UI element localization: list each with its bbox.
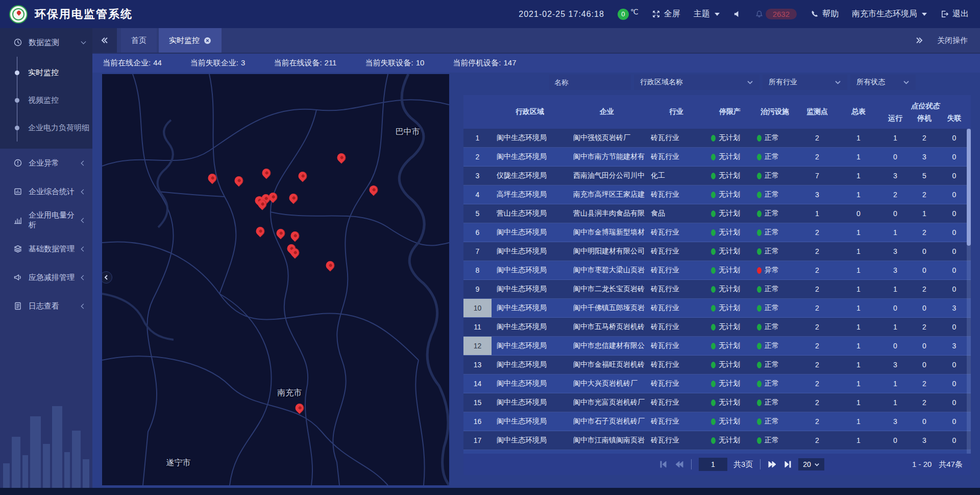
status-dot-icon [711, 399, 716, 406]
fullscreen-button[interactable]: 全屏 [652, 9, 680, 19]
sidebar-item-label: 数据监测 [29, 38, 76, 48]
cell-facility-status: 正常 [753, 417, 797, 426]
sidebar: 数据监测实时监控视频监控企业电力负荷明细企业异常企业综合统计企业用电量分析基础数… [0, 28, 92, 488]
table-row[interactable]: 2阆中生态环境局阆中市南方节能建材有砖瓦行业无计划正常21030 [463, 148, 971, 167]
page-number-input[interactable] [699, 458, 727, 471]
table-row[interactable]: 5营山生态环境局营山县润丰肉食品有限食品无计划正常10010 [463, 204, 971, 223]
cell-points: 2 [797, 304, 838, 312]
tabs-scroll-right-button[interactable] [915, 36, 924, 45]
col-limit: 停限产 [707, 95, 753, 129]
chevron-down-icon [814, 462, 820, 467]
status-dot-icon [711, 381, 716, 387]
table-row[interactable]: 3仪陇生态环境局西南油气田分公司川中化工无计划正常71350 [463, 167, 971, 185]
sidebar-item-6[interactable]: 日志查看 [0, 292, 92, 320]
sidebar-subitem[interactable]: 企业电力负荷明细 [0, 114, 92, 142]
cell-company: 阆中市石子页岩机砖厂 [568, 417, 646, 426]
table-row[interactable]: 18南部生态环境局南部县砚华小河有限公建材加工无计划正常60060 [463, 450, 971, 454]
tabs-scroll-left-button[interactable] [92, 28, 117, 53]
tab-1[interactable]: 实时监控 [159, 28, 222, 53]
col-region: 行政区域 [492, 95, 568, 129]
status-filter-select[interactable]: 所有状态 [850, 75, 916, 90]
table-row[interactable]: 8阆中生态环境局阆中市枣碧大梁山页岩砖瓦行业无计划异常21300 [463, 261, 971, 280]
status-dot-icon [711, 324, 716, 331]
table-row[interactable]: 17阆中生态环境局阆中市江南镇阆南页岩砖瓦行业无计划正常21030 [463, 431, 971, 450]
help-label: 帮助 [822, 9, 839, 19]
sidebar-item-1[interactable]: 企业异常 [0, 149, 92, 177]
cell-limit-status: 无计划 [707, 247, 753, 256]
prev-page-button[interactable] [675, 460, 684, 468]
page-size-value: 20 [803, 460, 811, 468]
last-page-button[interactable] [783, 460, 792, 468]
sidebar-item-label: 企业用电量分析 [29, 210, 76, 230]
next-page-button[interactable] [768, 460, 777, 468]
table-row[interactable]: 14阆中生态环境局阆中大兴页岩机砖厂砖瓦行业无计划正常21120 [463, 374, 971, 393]
table-row[interactable]: 6阆中生态环境局阆中市金博瑞新型墙材砖瓦行业无计划正常21120 [463, 223, 971, 242]
table-row[interactable]: 4高坪生态环境局南充市高坪区王家店建砖瓦行业无计划正常31220 [463, 185, 971, 204]
stat-label: 当前失联设备: [365, 58, 413, 67]
brand: 环保用电监管系统 [9, 5, 133, 23]
logout-button[interactable]: 退出 [940, 9, 969, 19]
col-row-number [463, 95, 492, 129]
close-tab-icon[interactable] [204, 37, 211, 44]
mute-button[interactable] [733, 10, 742, 18]
theme-dropdown[interactable]: 主题 [694, 9, 720, 19]
cell-facility-status: 正常 [753, 285, 797, 294]
cell-meters: 1 [838, 417, 879, 426]
table-row[interactable]: 12阆中生态环境局阆中市忠信建材有限公砖瓦行业无计划正常21003 [463, 337, 971, 356]
name-filter-input[interactable] [549, 75, 631, 90]
stat-label: 当前停机设备: [453, 58, 501, 67]
sidebar-item-label: 企业综合统计 [29, 187, 76, 197]
table-scrollbar[interactable] [967, 129, 971, 454]
status-dot-icon [757, 381, 762, 387]
table-row[interactable]: 7阆中生态环境局阆中明阳建材有限公司砖瓦行业无计划正常21300 [463, 242, 971, 261]
table-row[interactable]: 16阆中生态环境局阆中市石子页岩机砖厂砖瓦行业无计划正常21300 [463, 412, 971, 431]
limit-status-label: 无计划 [719, 379, 740, 388]
city-label: 南充市 [277, 387, 302, 398]
stat-value: 3 [241, 58, 245, 67]
map-panel[interactable]: 巴中市南充市遂宁市 [102, 74, 449, 485]
scrollbar-thumb[interactable] [967, 129, 971, 246]
tab-0[interactable]: 首页 [121, 28, 157, 53]
table-row[interactable]: 1阆中生态环境局阆中强锐页岩砖厂砖瓦行业无计划正常21120 [463, 129, 971, 148]
cell-company: 阆中市金博瑞新型墙材 [568, 228, 646, 237]
first-page-button[interactable] [659, 460, 669, 468]
sidebar-item-2[interactable]: 企业综合统计 [0, 177, 92, 206]
stats-icon [13, 187, 22, 196]
cell-facility-status: 正常 [753, 190, 797, 199]
sidebar-item-3[interactable]: 企业用电量分析 [0, 206, 92, 234]
sidebar-subitem[interactable]: 视频监控 [0, 86, 92, 114]
cell-facility-status: 正常 [753, 133, 797, 143]
cell-region: 阆中生态环境局 [492, 247, 568, 256]
cell-stop: 2 [911, 285, 938, 293]
table-row[interactable]: 15阆中生态环境局阆中市光富页岩机砖厂砖瓦行业无计划正常21120 [463, 393, 971, 412]
sidebar-item-0[interactable]: 数据监测 [0, 28, 92, 57]
cell-points: 2 [797, 247, 838, 255]
cell-region: 阆中生态环境局 [492, 266, 568, 275]
row-number: 8 [463, 261, 492, 279]
facility-status-label: 正常 [765, 341, 779, 350]
table-row[interactable]: 10阆中生态环境局阆中千佛镇五郎垭页岩砖瓦行业无计划正常21003 [463, 299, 971, 318]
close-operations-button[interactable]: 关闭操作 [937, 36, 968, 45]
chevron-left-icon [103, 274, 109, 280]
region-filter-select[interactable]: 行政区域名称 [634, 75, 760, 90]
sidebar-item-5[interactable]: 应急减排管理 [0, 263, 92, 292]
cell-industry: 砖瓦行业 [646, 190, 707, 199]
sidebar-subitem[interactable]: 实时监控 [0, 59, 92, 86]
page-size-select[interactable]: 20 [798, 458, 824, 470]
industry-filter-select[interactable]: 所有行业 [763, 75, 847, 90]
cell-points: 3 [797, 191, 838, 199]
table-row[interactable]: 9阆中生态环境局阆中市二龙长宝页岩砖砖瓦行业无计划正常21120 [463, 280, 971, 299]
cell-facility-status: 正常 [753, 303, 797, 313]
table-row[interactable]: 13阆中生态环境局阆中市金福旺页岩机砖砖瓦行业无计划正常21300 [463, 356, 971, 374]
notification-area[interactable]: 2632 [755, 9, 797, 19]
help-button[interactable]: 帮助 [810, 9, 839, 19]
cell-run: 1 [879, 285, 911, 293]
sidebar-item-4[interactable]: 基础数据管理 [0, 234, 92, 263]
chevron-left-icon [81, 189, 86, 194]
org-dropdown[interactable]: 南充市生态环境局 [852, 9, 927, 19]
cell-lost: 0 [938, 266, 971, 274]
top-header: 环保用电监管系统 2021-02-25 17:46:18 0 ℃ 全屏 主题 2… [0, 0, 980, 28]
status-dot-icon [711, 286, 716, 293]
table-row[interactable]: 11阆中生态环境局阆中市五马桥页岩机砖砖瓦行业无计划正常21120 [463, 318, 971, 337]
cell-facility-status: 正常 [753, 228, 797, 237]
